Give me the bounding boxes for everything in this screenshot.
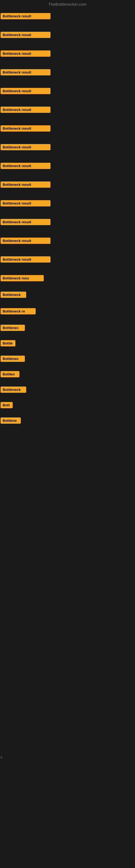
list-item: Bottleneck result [1, 85, 134, 103]
bottleneck-badge[interactable]: Bottleneck result [1, 88, 50, 94]
list-item: Bottleneck result [1, 47, 134, 66]
bottleneck-badge[interactable]: Bottlenec [1, 325, 25, 331]
list-item: Bottleneck result [1, 178, 134, 197]
footer-char: c [1, 755, 135, 759]
bottleneck-badge[interactable]: Bottleneck [1, 291, 26, 298]
bottleneck-badge[interactable]: Bottleneck result [1, 106, 50, 113]
list-item: Bott [1, 399, 134, 414]
list-item: Bottlenec [1, 352, 134, 368]
list-item: Bottle [1, 337, 134, 352]
list-item: Bottleneck result [1, 122, 134, 141]
list-item: Bottleneck result [1, 10, 134, 29]
items-container: Bottleneck resultBottleneck resultBottle… [0, 10, 135, 430]
list-item: Bottleneck resu [1, 272, 134, 288]
bottleneck-badge[interactable]: Bottleneck re [1, 308, 36, 314]
site-header: TheBottlenecker.com [0, 0, 135, 10]
list-item: Bottlene [1, 414, 134, 430]
bottleneck-badge[interactable]: Bottle [1, 340, 15, 346]
bottleneck-badge[interactable]: Bottleneck result [1, 182, 50, 188]
bottleneck-badge[interactable]: Bottleneck result [1, 51, 50, 57]
bottleneck-badge[interactable]: Bottleneck [1, 386, 26, 393]
list-item: Bottleneck result [1, 197, 134, 216]
list-item: Bottleneck result [1, 66, 134, 85]
site-title: TheBottlenecker.com [48, 2, 86, 6]
list-item: Bottleneck result [1, 159, 134, 178]
bottleneck-badge[interactable]: Bottleneck result [1, 219, 50, 225]
bottleneck-badge[interactable]: Bottleneck result [1, 238, 50, 244]
bottleneck-badge[interactable]: Bottleneck result [1, 32, 50, 38]
list-item: Bottleneck result [1, 103, 134, 122]
bottleneck-badge[interactable]: Bottleneck result [1, 144, 50, 150]
bottleneck-badge[interactable]: Bottleneck result [1, 256, 50, 262]
bottleneck-badge[interactable]: Bottleneck result [1, 69, 50, 75]
list-item: Bottleneck [1, 383, 134, 399]
bottleneck-badge[interactable]: Bottlenec [1, 355, 25, 362]
bottleneck-badge[interactable]: Bottleneck resu [1, 275, 44, 281]
list-item: Bottleneck result [1, 253, 134, 272]
list-item: Bottlen [1, 368, 134, 383]
list-item: Bottleneck result [1, 235, 134, 253]
bottleneck-badge[interactable]: Bott [1, 402, 13, 408]
list-item: Bottlenec [1, 321, 134, 337]
bottleneck-badge[interactable]: Bottleneck result [1, 13, 50, 19]
bottleneck-badge[interactable]: Bottlene [1, 417, 21, 424]
list-item: Bottleneck re [1, 305, 134, 321]
list-item: Bottleneck result [1, 29, 134, 47]
list-item: Bottleneck result [1, 141, 134, 159]
bottleneck-badge[interactable]: Bottleneck result [1, 200, 50, 207]
bottleneck-badge[interactable]: Bottlen [1, 371, 19, 377]
bottleneck-badge[interactable]: Bottleneck result [1, 163, 50, 169]
bottleneck-badge[interactable]: Bottleneck result [1, 125, 50, 131]
list-item: Bottleneck result [1, 216, 134, 235]
list-item: Bottleneck [1, 288, 134, 305]
